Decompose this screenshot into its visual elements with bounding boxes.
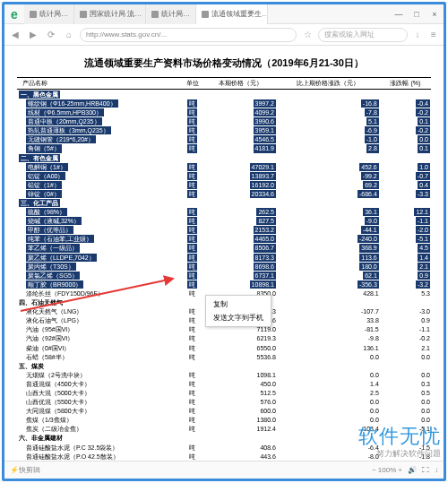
- table-row: 锌锭（0#）吨20334.6-686.4-3.3: [17, 189, 431, 198]
- page-title: 流通领域重要生产资料市场价格变动情况（2019年6月21-30日）: [17, 56, 431, 70]
- table-cell: -356.3: [277, 280, 380, 289]
- table-cell: 吨: [181, 416, 204, 425]
- table-cell: -0.2: [380, 334, 431, 343]
- table-row: 聚氯乙烯（SG5）吨6737.162.10.9: [17, 271, 431, 280]
- table-cell: 吨: [181, 425, 204, 434]
- browser-logo: e: [4, 4, 24, 24]
- table-row: 山西大混（5000大卡）吨512.52.50.5: [17, 388, 431, 397]
- table-cell: -9.0: [277, 217, 380, 226]
- table-cell: 焦炭（二级冶金焦）: [17, 425, 181, 434]
- table-cell: 443.6: [204, 452, 277, 461]
- table-cell: 6219.3: [204, 334, 277, 343]
- table-cell: 13893.7: [204, 171, 277, 180]
- table-cell: 吨: [181, 407, 204, 416]
- table-row: 无缝钢管（219*6,20#）吨4546.5-1.00.0: [17, 135, 431, 144]
- table-row: 纯苯（石油苯,工业级）吨4465.0-240.0-5.1: [17, 235, 431, 244]
- table-cell: 顺丁胶（BR9000）: [17, 280, 181, 289]
- tab-1[interactable]: 统计局…: [24, 4, 74, 24]
- table-cell: 无缝钢管（219*6,20#）: [17, 135, 181, 144]
- table-row: 热轧普通薄板（3mm,Q235）吨3959.1-6.9-0.2: [17, 126, 431, 135]
- context-menu[interactable]: 复制 发送文字到手机: [205, 295, 271, 327]
- download-status-icon[interactable]: ↓: [435, 466, 438, 474]
- table-cell: 452.6: [277, 162, 380, 171]
- table-row: 电解铜（1#）吨47029.1452.61.0: [17, 162, 431, 171]
- table-cell: 吨: [181, 99, 204, 108]
- search-input[interactable]: 搜索或输入网址: [318, 28, 408, 42]
- table-cell: 0.0: [380, 407, 431, 416]
- table-row: 线材（Φ6.5mm,HPB300）吨4099.2-7.8-0.2: [17, 108, 431, 117]
- page-content: 流通领域重要生产资料市场价格变动情况（2019年6月21-30日） 产品名称单位…: [4, 46, 444, 461]
- table-cell: 10898.1: [204, 280, 277, 289]
- table-cell: 12.1: [380, 208, 431, 217]
- tab-2[interactable]: 国家统计局 流…: [74, 4, 146, 24]
- table-cell: 8506.7: [204, 244, 277, 253]
- nav-back-icon[interactable]: ◀: [8, 28, 22, 42]
- titlebar: e 统计局… 国家统计局 流… 统计局… 流通领域重要生… — □ ×: [4, 4, 444, 24]
- table-cell: 涤纶长丝（FDY150D/96F）: [17, 289, 181, 298]
- price-table: 产品名称单位本期价格（元）比上期价格涨跌（元）涨跌幅 (%) 一、黑色金属螺纹钢…: [17, 77, 431, 461]
- status-bar: ⚡快剪辑 − 100% + 🔊 ⛶ ↓: [4, 461, 444, 479]
- table-cell: 0.0: [380, 135, 431, 144]
- tab-strip: 统计局… 国家统计局 流… 统计局… 流通领域重要生…: [24, 4, 390, 24]
- table-cell: 5536.8: [204, 352, 277, 361]
- table-cell: -686.4: [277, 189, 380, 198]
- star-icon[interactable]: ☆: [300, 28, 314, 42]
- context-send-to-phone[interactable]: 发送文字到手机: [206, 311, 271, 324]
- table-cell: -0.4: [380, 99, 431, 108]
- table-cell: 512.5: [204, 388, 277, 397]
- table-header: 产品名称: [17, 78, 181, 90]
- download-icon[interactable]: ↓: [411, 29, 424, 41]
- table-cell: 4465.0: [204, 235, 277, 244]
- table-cell: 甲醇（优等品）: [17, 226, 181, 235]
- table-cell: 180.0: [277, 262, 380, 271]
- table-cell: 262.5: [204, 208, 277, 217]
- table-cell: 吨: [181, 334, 204, 343]
- sound-icon[interactable]: 🔊: [408, 466, 417, 474]
- table-row: 铝锭（A00）吨13893.7-99.2-0.7: [17, 171, 431, 180]
- window-maximize[interactable]: □: [408, 5, 426, 23]
- table-cell: 4099.2: [204, 108, 277, 117]
- table-cell: 2.8: [277, 144, 380, 153]
- table-cell: 8173.3: [204, 253, 277, 262]
- table-cell: 3990.6: [204, 117, 277, 126]
- window-close[interactable]: ×: [426, 5, 444, 23]
- nav-home-icon[interactable]: ⌂: [62, 28, 76, 42]
- table-cell: 吨: [181, 180, 204, 189]
- table-cell: -1.1: [380, 217, 431, 226]
- nav-forward-icon[interactable]: ▶: [26, 28, 40, 42]
- table-cell: -6.9: [277, 126, 380, 135]
- table-cell: 角钢（5#）: [17, 144, 181, 153]
- menu-icon[interactable]: ≡: [427, 29, 440, 41]
- table-cell: 纯苯（石油苯,工业级）: [17, 235, 181, 244]
- zoom-out-icon[interactable]: −: [372, 466, 376, 474]
- table-cell: 吨: [181, 171, 204, 180]
- table-cell: 69.2: [277, 180, 380, 189]
- table-row: 柴油（0#国VI）吨6550.0136.12.1: [17, 343, 431, 352]
- url-input[interactable]: http://www.stats.gov.cn/...: [80, 28, 297, 42]
- tab-3[interactable]: 统计局…: [146, 4, 196, 24]
- table-cell: -0.2: [380, 108, 431, 117]
- table-row: 普通中板（20mm,Q235）吨3990.65.10.1: [17, 117, 431, 126]
- table-row: 汽油（92#国VI）吨6219.3-9.8-0.2: [17, 334, 431, 343]
- table-cell: -2.0: [380, 226, 431, 235]
- table-cell: 液化石油气（LPG）: [17, 316, 181, 325]
- table-cell: 113.6: [277, 253, 380, 262]
- zoom-in-icon[interactable]: +: [398, 466, 402, 474]
- table-cell: 吨: [181, 135, 204, 144]
- window-minimize[interactable]: —: [390, 5, 408, 23]
- table-cell: 吨: [181, 280, 204, 289]
- table-cell: 山西优混（5500大卡）: [17, 398, 181, 407]
- fullscreen-icon[interactable]: ⛶: [422, 466, 429, 474]
- table-cell: 山西大混（5000大卡）: [17, 388, 181, 397]
- context-copy[interactable]: 复制: [206, 298, 271, 311]
- table-cell: 无烟煤（2号洗中块）: [17, 370, 181, 379]
- table-row: 螺纹钢（Φ16-25mm,HRB400）吨3997.2-16.8-0.4: [17, 99, 431, 108]
- table-cell: 0.0: [277, 398, 380, 407]
- status-mode[interactable]: ⚡快剪辑: [10, 465, 40, 475]
- table-cell: 普通中板（20mm,Q235）: [17, 117, 181, 126]
- table-cell: 吨: [181, 316, 204, 325]
- table-cell: -5.1: [380, 235, 431, 244]
- nav-reload-icon[interactable]: ⟳: [44, 28, 58, 42]
- table-cell: 吨: [181, 126, 204, 135]
- tab-4[interactable]: 流通领域重要生…: [196, 4, 268, 24]
